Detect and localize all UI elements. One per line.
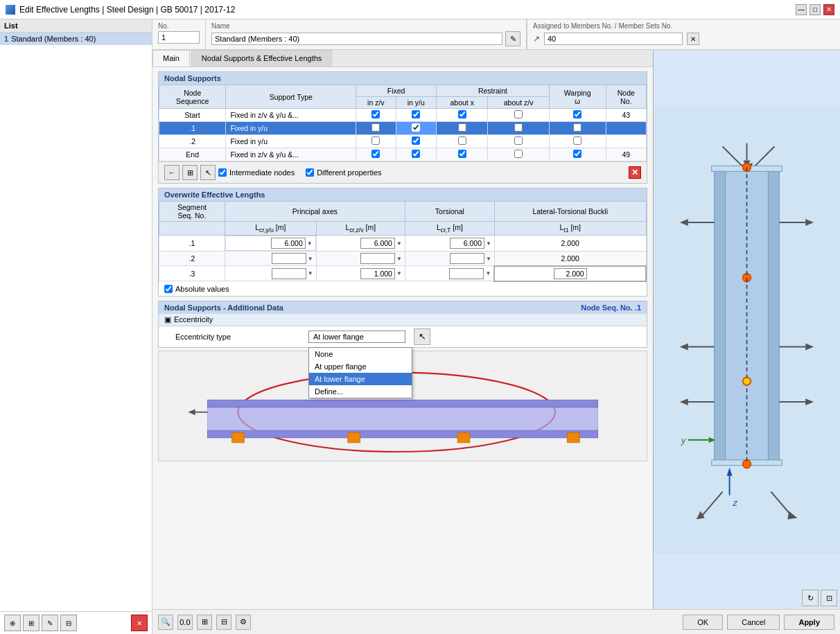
lcrt-1-input[interactable] [450, 238, 484, 249]
middle-area: Main Nodal Supports & Effective Lengths … [152, 50, 840, 609]
lcrz-2-input[interactable] [360, 253, 395, 264]
ok-button[interactable]: OK [683, 615, 723, 630]
dialog-button-bar: 🔍 0.0 ⊞ ⊟ ⚙ OK Cancel Apply [152, 609, 840, 634]
cb-start-zv[interactable] [371, 110, 380, 118]
lcrt-2-input[interactable] [450, 253, 484, 264]
no-input[interactable]: 1 [158, 31, 200, 44]
cb-start-rzv[interactable] [514, 110, 523, 118]
cb-end-zv[interactable] [371, 150, 380, 158]
type-end: Fixed in z/v & y/u &... [226, 148, 356, 161]
back-button[interactable]: ← [164, 165, 180, 180]
print-icon-btn[interactable]: ⊟ [216, 615, 231, 630]
settings-icon-btn[interactable]: ⚙ [236, 615, 251, 630]
tab-bar: Main Nodal Supports & Effective Lengths [152, 50, 653, 67]
intermediate-nodes-checkbox[interactable]: Intermediate nodes [218, 168, 295, 177]
view-reset-button[interactable]: ⊡ [821, 590, 837, 606]
close-button[interactable]: ✕ [823, 4, 834, 15]
app-icon [6, 5, 15, 15]
cb-2-rx[interactable] [458, 137, 466, 145]
col-rest-x: about x [436, 97, 487, 109]
dropdown-item-none[interactable]: None [309, 348, 412, 360]
eccentricity-type-select[interactable]: None At upper flange At lower flange Def… [308, 331, 405, 343]
lcrz-2-arrow: ▼ [396, 256, 402, 262]
cb-end-yu[interactable] [412, 150, 420, 158]
dropdown-item-upper[interactable]: At upper flange [309, 360, 412, 373]
copy-button[interactable]: ⊞ [23, 615, 40, 631]
cb-1-yu[interactable] [412, 123, 420, 132]
cb-end-rx[interactable] [458, 150, 466, 158]
eccentricity-type-label: Eccentricity type [164, 333, 303, 341]
cb-1-w[interactable] [573, 123, 581, 132]
search-icon-btn[interactable]: 🔍 [158, 615, 173, 630]
lcry-1-arrow: ▼ [307, 240, 313, 247]
cb-1-zv[interactable] [371, 123, 380, 132]
add-row-button[interactable]: ⊞ [182, 165, 198, 180]
svg-marker-8 [188, 409, 195, 415]
rename-button[interactable]: ✎ [42, 615, 58, 631]
node-1 [606, 122, 646, 135]
window-controls: — □ ✕ [796, 4, 834, 15]
cb-start-yu[interactable] [412, 110, 420, 118]
lcry-2-arrow: ▼ [308, 256, 313, 262]
cb-2-yu[interactable] [412, 137, 420, 145]
list-item[interactable]: 1 Standard (Members : 40) [0, 33, 152, 45]
node-end: 49 [606, 148, 646, 161]
unit-icon-btn[interactable]: 0.0 [177, 615, 193, 630]
assigned-input[interactable] [544, 33, 683, 45]
cb-end-rzv[interactable] [514, 150, 523, 158]
lcry-2-input[interactable] [272, 253, 306, 264]
type-2: Fixed in y/u [226, 135, 356, 148]
view-rotate-button[interactable]: ↻ [802, 590, 819, 606]
eff-seq-3: .3 [159, 266, 225, 281]
cb-1-rx[interactable] [458, 123, 466, 132]
lcry-3-input[interactable] [272, 268, 306, 279]
cb-2-zv[interactable] [371, 137, 380, 145]
list-item-icon: 1 [4, 35, 8, 43]
member-icon-btn[interactable]: ⊞ [197, 615, 212, 630]
col-seg-seq: SegmentSeq. No. [159, 202, 225, 222]
delete-button[interactable]: ⊟ [60, 615, 77, 631]
node-start: 43 [606, 109, 646, 122]
eccentricity-dropdown-menu: None At upper flange At lower flange Def… [308, 347, 412, 398]
different-properties-checkbox[interactable]: Different properties [306, 168, 381, 177]
lcry-1-input[interactable] [271, 238, 306, 249]
lcrz-3-input[interactable] [360, 268, 395, 279]
cb-end-w[interactable] [573, 150, 581, 158]
nodal-supports-table: NodeSequence Support Type Fixed Restrain… [159, 85, 647, 161]
cb-1-rzv[interactable] [514, 123, 523, 132]
maximize-button[interactable]: □ [810, 4, 821, 15]
tab-nodal[interactable]: Nodal Supports & Effective Lengths [191, 50, 332, 67]
cb-2-w[interactable] [573, 137, 581, 145]
eccentricity-expand[interactable]: ▣ Eccentricity [159, 314, 647, 326]
lcrt-3-input[interactable] [449, 268, 484, 279]
cursor-button[interactable]: ↖ [200, 165, 216, 180]
add-button[interactable]: ⊕ [4, 615, 21, 631]
cancel-button[interactable]: Cancel [727, 615, 780, 630]
list-header: List [0, 19, 152, 33]
assigned-clear-button[interactable]: ✕ [687, 33, 699, 45]
svg-rect-4 [348, 432, 360, 442]
lt1-3-input[interactable] [554, 268, 587, 279]
name-edit-button[interactable]: ✎ [505, 31, 520, 46]
lcrt-2-arrow: ▼ [486, 256, 491, 262]
dropdown-cursor-indicator: ↖ [414, 328, 430, 345]
name-input[interactable] [211, 33, 502, 45]
lcrz-1-input[interactable] [360, 238, 395, 249]
cb-2-rzv[interactable] [514, 137, 523, 145]
apply-button[interactable]: Apply [784, 615, 834, 630]
eccentricity-type-row: Eccentricity type None At upper flange A… [159, 326, 647, 347]
dropdown-item-lower[interactable]: At lower flange [309, 373, 412, 385]
cb-start-rx[interactable] [458, 110, 466, 118]
abs-values-checkbox[interactable]: Absolute values [164, 285, 229, 293]
eff-seq-2: .2 [159, 252, 225, 266]
col-lcrt: Lcr,T [m] [405, 222, 494, 236]
minimize-button[interactable]: — [796, 4, 807, 15]
clear-button[interactable]: ✕ [629, 166, 641, 179]
tab-main[interactable]: Main [152, 50, 190, 67]
cb-start-w[interactable] [573, 110, 581, 118]
svg-rect-0 [207, 430, 597, 438]
remove-button[interactable]: ✕ [131, 615, 148, 631]
table-row-selected: .1 Fixed in y/u [159, 122, 647, 135]
nodal-toolbar: ← ⊞ ↖ Intermediate nodes Differe [159, 161, 647, 183]
dropdown-item-define[interactable]: Define... [309, 385, 412, 398]
